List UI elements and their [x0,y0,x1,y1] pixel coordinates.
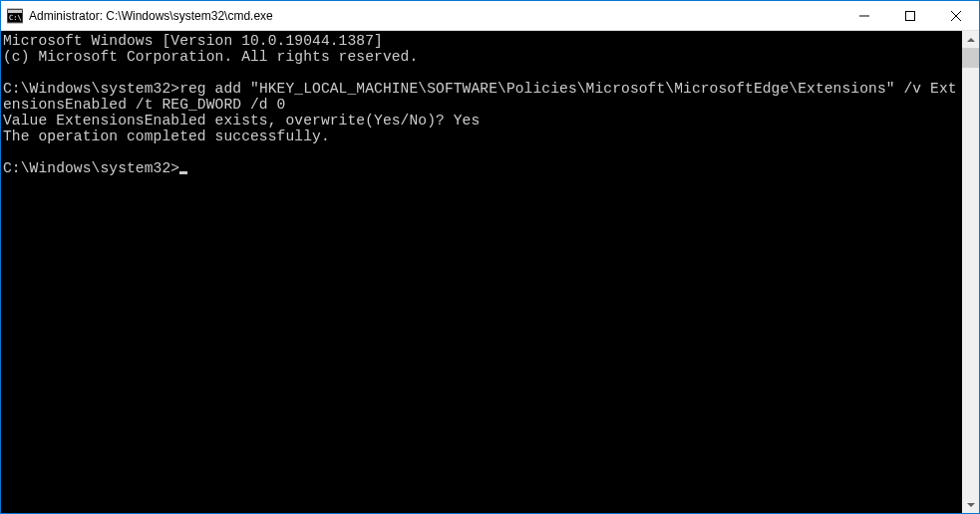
window-controls [841,1,979,30]
svg-marker-8 [967,503,975,507]
minimize-button[interactable] [841,1,887,30]
version-line: Microsoft Windows [Version 10.0.19044.13… [3,33,383,49]
success-line: The operation completed successfully. [3,128,330,144]
close-button[interactable] [933,1,979,30]
vertical-scrollbar[interactable] [962,31,979,513]
svg-rect-4 [906,11,915,20]
prompt: C:\Windows\system32> [3,160,179,176]
prompt: C:\Windows\system32> [3,81,179,97]
scroll-thumb[interactable] [962,48,979,68]
cmd-icon: C:\ [7,8,23,24]
window-title: Administrator: C:\Windows\system32\cmd.e… [29,9,841,23]
copyright-line: (c) Microsoft Corporation. All rights re… [3,49,418,65]
svg-text:C:\: C:\ [9,14,22,22]
command-prompt-window: C:\ Administrator: C:\Windows\system32\c… [1,1,979,513]
scroll-down-arrow[interactable] [962,496,979,513]
titlebar[interactable]: C:\ Administrator: C:\Windows\system32\c… [1,1,979,31]
scroll-track[interactable] [962,48,979,496]
maximize-button[interactable] [887,1,933,30]
console-area: Microsoft Windows [Version 10.0.19044.13… [1,31,979,513]
response-line: Value ExtensionsEnabled exists, overwrit… [3,113,480,128]
scroll-up-arrow[interactable] [962,31,979,48]
cursor [179,171,187,174]
svg-marker-7 [967,38,975,42]
svg-rect-1 [8,10,22,13]
console-output[interactable]: Microsoft Windows [Version 10.0.19044.13… [1,31,962,513]
